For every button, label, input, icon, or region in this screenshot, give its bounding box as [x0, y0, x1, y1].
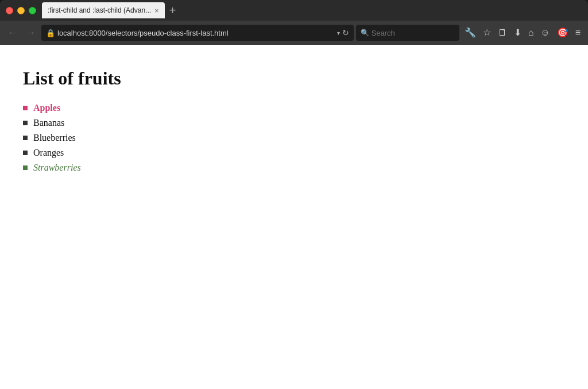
- title-bar: :first-child and :last-child (Advan... ×…: [0, 0, 588, 21]
- list-bullet: [23, 136, 28, 140]
- tab-label: :first-child and :last-child (Advan...: [48, 6, 151, 14]
- active-tab[interactable]: :first-child and :last-child (Advan... ×: [42, 2, 165, 18]
- nav-bar: ← → 🔒 ▾ ↻ 🔍 🔧 ☆ 🗒 ⬇ ⌂ ☺ 🎯 ≡: [0, 21, 588, 45]
- reload-button[interactable]: ↻: [342, 28, 349, 37]
- face-icon[interactable]: ☺: [537, 26, 552, 40]
- tab-bar: :first-child and :last-child (Advan... ×…: [42, 2, 582, 18]
- back-button[interactable]: ←: [5, 26, 21, 40]
- list-bullet: [23, 121, 28, 125]
- search-icon: 🔍: [361, 29, 369, 37]
- address-bar[interactable]: 🔒 ▾ ↻: [41, 25, 354, 41]
- forward-button[interactable]: →: [23, 26, 39, 40]
- search-bar[interactable]: 🔍: [356, 25, 459, 41]
- list-item: Bananas: [23, 118, 565, 128]
- fruit-name: Blueberries: [33, 133, 76, 143]
- close-button[interactable]: [6, 7, 13, 14]
- home-icon[interactable]: ⌂: [525, 26, 537, 40]
- fruit-name: Bananas: [33, 118, 64, 128]
- list-bullet: [23, 106, 28, 110]
- page-content: List of fruits ApplesBananasBlueberriesO…: [0, 45, 588, 389]
- tab-close-icon[interactable]: ×: [154, 7, 159, 14]
- traffic-lights: [6, 7, 36, 14]
- maximize-button[interactable]: [29, 7, 36, 14]
- shield-icon[interactable]: 🎯: [554, 26, 571, 40]
- new-tab-button[interactable]: +: [166, 5, 180, 16]
- fruit-list: ApplesBananasBlueberriesOrangesStrawberr…: [23, 103, 565, 173]
- download-icon[interactable]: ⬇: [511, 26, 524, 40]
- list-item: Oranges: [23, 148, 565, 158]
- lock-icon: 🔒: [46, 29, 55, 37]
- list-bullet: [23, 151, 28, 155]
- menu-icon[interactable]: ≡: [572, 26, 583, 40]
- nav-icons: 🔧 ☆ 🗒 ⬇ ⌂ ☺ 🎯 ≡: [462, 26, 583, 40]
- list-item: Apples: [23, 103, 565, 113]
- list-item: Strawberries: [23, 163, 565, 173]
- search-input[interactable]: [372, 29, 468, 37]
- reading-list-icon[interactable]: 🗒: [495, 26, 510, 40]
- list-bullet: [23, 165, 28, 170]
- dropdown-arrow-icon[interactable]: ▾: [337, 30, 340, 36]
- page-title: List of fruits: [23, 68, 565, 89]
- tools-icon[interactable]: 🔧: [462, 26, 479, 40]
- fruit-name: Apples: [33, 103, 60, 113]
- list-item: Blueberries: [23, 133, 565, 143]
- star-icon[interactable]: ☆: [480, 26, 494, 40]
- fruit-name: Oranges: [33, 148, 64, 158]
- url-input[interactable]: [57, 29, 335, 37]
- minimize-button[interactable]: [17, 7, 25, 14]
- fruit-name: Strawberries: [33, 163, 81, 173]
